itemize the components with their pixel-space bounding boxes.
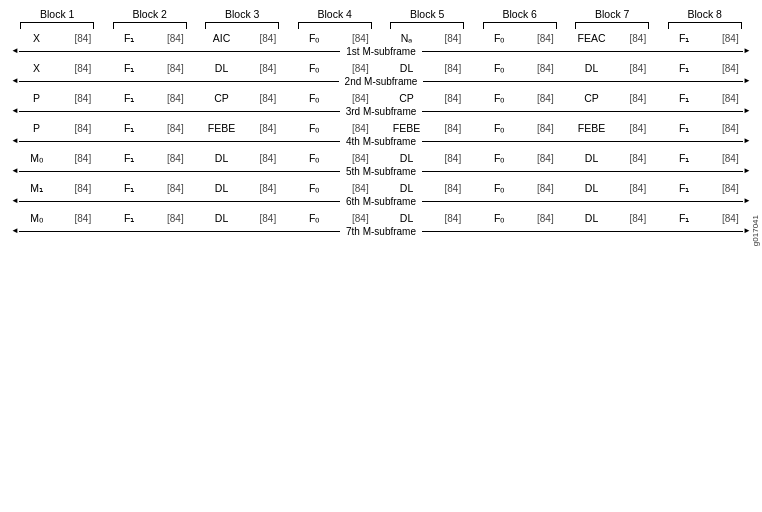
subframe-label-3: 3rd M-subframe — [340, 106, 423, 117]
cell-5-15: [84] — [710, 153, 751, 164]
cell-7-7: [84] — [340, 213, 381, 224]
block-bracket-8 — [668, 22, 742, 29]
cell-3-11: [84] — [525, 93, 566, 104]
block-title-6: Block 6 — [503, 8, 537, 20]
cell-7-5: [84] — [247, 213, 288, 224]
block-header-2: Block 2 — [104, 8, 197, 29]
subframe-row-5: M₀[84]F₁[84]DL[84]F₀[84]DL[84]F₀[84]DL[8… — [11, 152, 751, 178]
cell-1-6: F₀ — [289, 32, 340, 44]
cell-2-5: [84] — [247, 63, 288, 74]
cell-1-1: [84] — [62, 33, 103, 44]
cell-7-14: F₁ — [659, 212, 710, 224]
block-title-5: Block 5 — [410, 8, 444, 20]
cell-3-5: [84] — [247, 93, 288, 104]
main-table: Block 1Block 2Block 3Block 4Block 5Block… — [11, 8, 751, 238]
cell-2-13: [84] — [617, 63, 658, 74]
block-title-3: Block 3 — [225, 8, 259, 20]
block-title-4: Block 4 — [318, 8, 352, 20]
cell-7-4: DL — [196, 212, 247, 224]
arrow-row-7: ◄7th M-subframe► — [11, 224, 751, 238]
block-bracket-6 — [483, 22, 557, 29]
cell-2-9: [84] — [432, 63, 473, 74]
cell-4-13: [84] — [617, 123, 658, 134]
cell-5-5: [84] — [247, 153, 288, 164]
arrow-row-4: ◄4th M-subframe► — [11, 134, 751, 148]
cell-1-9: [84] — [432, 33, 473, 44]
cell-6-0: M₁ — [11, 182, 62, 194]
cell-2-15: [84] — [710, 63, 751, 74]
cell-6-14: F₁ — [659, 182, 710, 194]
cell-2-11: [84] — [525, 63, 566, 74]
cell-1-4: AIC — [196, 32, 247, 44]
cell-6-6: F₀ — [289, 182, 340, 194]
block-bracket-2 — [113, 22, 187, 29]
cell-6-11: [84] — [525, 183, 566, 194]
cell-3-15: [84] — [710, 93, 751, 104]
cell-6-10: F₀ — [474, 182, 525, 194]
cell-4-1: [84] — [62, 123, 103, 134]
cell-2-8: DL — [381, 62, 432, 74]
subframe-label-6: 6th M-subframe — [340, 196, 422, 207]
cell-3-8: CP — [381, 92, 432, 104]
cell-5-12: DL — [566, 152, 617, 164]
block-header-6: Block 6 — [474, 8, 567, 29]
block-title-1: Block 1 — [40, 8, 74, 20]
cell-3-2: F₁ — [104, 92, 155, 104]
cell-6-5: [84] — [247, 183, 288, 194]
cell-3-12: CP — [566, 92, 617, 104]
block-header-8: Block 8 — [659, 8, 752, 29]
cell-4-5: [84] — [247, 123, 288, 134]
cell-6-9: [84] — [432, 183, 473, 194]
cell-6-8: DL — [381, 182, 432, 194]
block-header-4: Block 4 — [289, 8, 382, 29]
block-bracket-4 — [298, 22, 372, 29]
cell-3-10: F₀ — [474, 92, 525, 104]
cell-7-2: F₁ — [104, 212, 155, 224]
cell-5-4: DL — [196, 152, 247, 164]
data-row-6: M₁[84]F₁[84]DL[84]F₀[84]DL[84]F₀[84]DL[8… — [11, 182, 751, 194]
arrow-row-3: ◄3rd M-subframe► — [11, 104, 751, 118]
cell-1-11: [84] — [525, 33, 566, 44]
cell-1-0: X — [11, 32, 62, 44]
cell-4-11: [84] — [525, 123, 566, 134]
subframe-row-2: X[84]F₁[84]DL[84]F₀[84]DL[84]F₀[84]DL[84… — [11, 62, 751, 88]
cell-3-13: [84] — [617, 93, 658, 104]
cell-7-15: [84] — [710, 213, 751, 224]
cell-2-6: F₀ — [289, 62, 340, 74]
blocks-header-row: Block 1Block 2Block 3Block 4Block 5Block… — [11, 8, 751, 29]
cell-3-7: [84] — [340, 93, 381, 104]
data-row-1: X[84]F₁[84]AIC[84]F₀[84]Nₐ[84]F₀[84]FEAC… — [11, 32, 751, 44]
cell-6-15: [84] — [710, 183, 751, 194]
cell-4-0: P — [11, 122, 62, 134]
block-bracket-1 — [20, 22, 94, 29]
block-bracket-3 — [205, 22, 279, 29]
arrow-row-6: ◄6th M-subframe► — [11, 194, 751, 208]
cell-1-7: [84] — [340, 33, 381, 44]
cell-7-13: [84] — [617, 213, 658, 224]
cell-5-7: [84] — [340, 153, 381, 164]
cell-5-0: M₀ — [11, 152, 62, 164]
cell-1-12: FEAC — [566, 32, 617, 44]
cell-1-10: F₀ — [474, 32, 525, 44]
block-header-7: Block 7 — [566, 8, 659, 29]
cell-5-13: [84] — [617, 153, 658, 164]
block-header-1: Block 1 — [11, 8, 104, 29]
cell-1-15: [84] — [710, 33, 751, 44]
subframes-container: X[84]F₁[84]AIC[84]F₀[84]Nₐ[84]F₀[84]FEAC… — [11, 32, 751, 238]
cell-5-6: F₀ — [289, 152, 340, 164]
cell-4-9: [84] — [432, 123, 473, 134]
cell-7-11: [84] — [525, 213, 566, 224]
cell-1-8: Nₐ — [381, 32, 432, 44]
cell-3-3: [84] — [155, 93, 196, 104]
cell-7-1: [84] — [62, 213, 103, 224]
cell-6-4: DL — [196, 182, 247, 194]
cell-2-10: F₀ — [474, 62, 525, 74]
cell-7-9: [84] — [432, 213, 473, 224]
cell-7-8: DL — [381, 212, 432, 224]
block-bracket-5 — [390, 22, 464, 29]
cell-1-5: [84] — [247, 33, 288, 44]
block-title-7: Block 7 — [595, 8, 629, 20]
cell-4-6: F₀ — [289, 122, 340, 134]
block-header-3: Block 3 — [196, 8, 289, 29]
data-row-4: P[84]F₁[84]FEBE[84]F₀[84]FEBE[84]F₀[84]F… — [11, 122, 751, 134]
